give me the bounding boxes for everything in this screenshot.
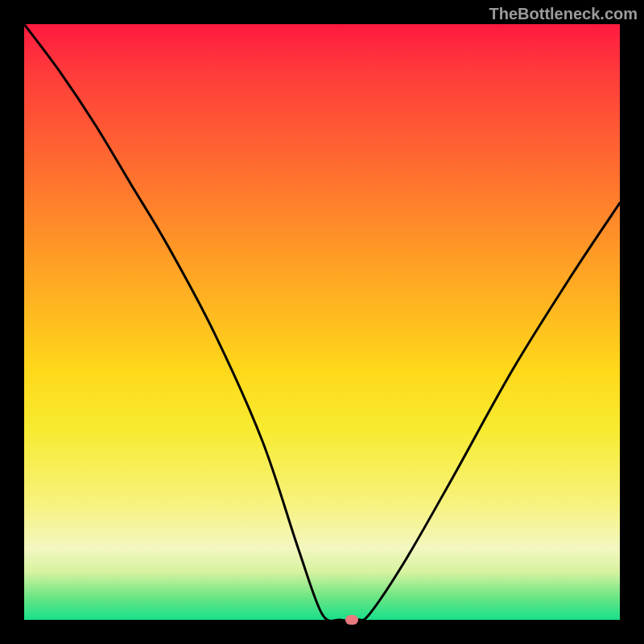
chart-curve-layer (0, 0, 644, 644)
bottleneck-curve (24, 24, 620, 621)
chart-frame: TheBottleneck.com (0, 0, 644, 644)
operating-point-marker (345, 615, 358, 625)
